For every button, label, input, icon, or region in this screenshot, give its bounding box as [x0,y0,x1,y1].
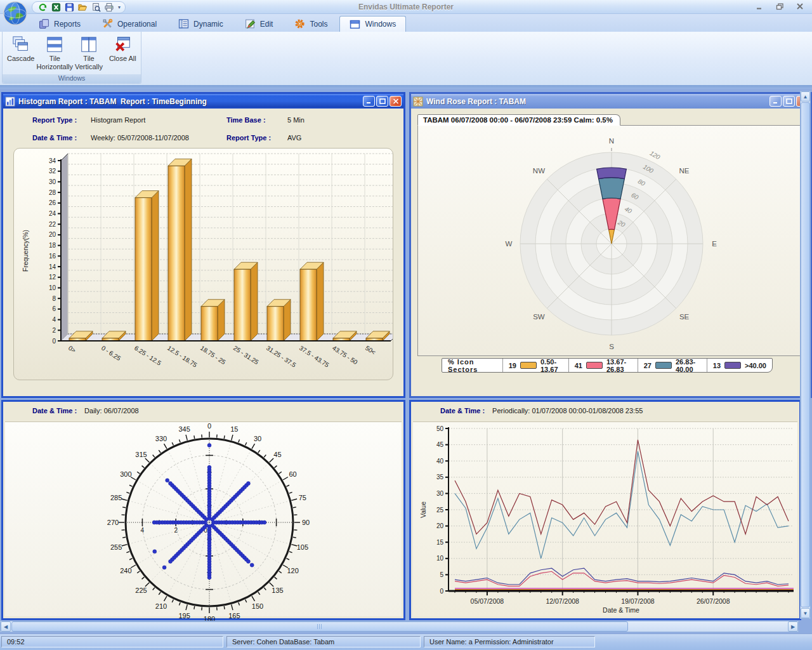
tab-reports[interactable]: Reports [29,16,90,32]
legend-item: 19 0.50-13.67 [502,359,568,372]
legend-range: >40.00 [745,362,766,369]
field-label: Report Type : [32,116,91,124]
mdi-vertical-scrollbar[interactable]: ▲ ▼ [800,91,811,619]
svg-text:45: 45 [273,451,281,458]
tab-label: Tools [310,20,327,29]
field-value: AVG [287,134,403,142]
status-clock: 09:52 [1,636,223,647]
tab-label: Dynamic [193,20,223,29]
close-button[interactable] [390,96,402,107]
button-label: Close All [109,55,136,63]
app-window-controls [754,1,806,11]
scroll-up-button[interactable]: ▲ [801,91,810,102]
svg-text:6.25 - 12.5: 6.25 - 12.5 [133,344,162,367]
svg-text:Frequency(%): Frequency(%) [22,230,29,272]
svg-text:285: 285 [110,494,122,501]
vertical-scroll-thumb[interactable] [801,102,810,607]
mdi-horizontal-scrollbar[interactable]: ◀ ▶ [0,621,799,632]
tile-vertically-icon [79,35,98,54]
svg-text:NE: NE [679,167,690,175]
mdi-workspace: Histogram Report : TABAM Report : TimeBe… [0,89,812,633]
histogram-report-window: Histogram Report : TABAM Report : TimeBe… [1,92,405,398]
app-minimize-button[interactable] [754,1,765,11]
maximize-button[interactable] [376,96,388,107]
tab-tools[interactable]: Tools [285,16,337,32]
field-label: Report Type : [226,134,287,142]
svg-text:SW: SW [533,313,545,321]
maximize-button[interactable] [783,96,795,107]
legend-range: 26.83-40.00 [676,358,701,373]
field-value: Histogram Report [91,116,226,124]
svg-text:60: 60 [289,470,297,478]
status-bar: 09:52 Server: Cohen DataBase: Tabam User… [0,633,812,650]
svg-text:30: 30 [49,178,56,185]
svg-text:43.75 - 50: 43.75 - 50 [331,344,359,366]
tools-gear-icon [294,18,305,29]
svg-text:255: 255 [110,543,122,551]
field-label: Date & Time : [32,407,77,415]
legend-swatch [724,362,741,369]
svg-text:10: 10 [49,284,56,291]
windrose-report-window: Wind Rose Report : TABAM TABAM 06/07/200… [409,92,812,398]
horizontal-scroll-thumb[interactable] [11,621,628,632]
tab-label: Operational [117,20,157,29]
svg-text:30: 30 [436,490,444,497]
ribbon-body: Cascade Tile Horizontally Tile Verticall… [0,32,812,85]
tab-operational[interactable]: Operational [93,16,166,32]
cascade-button[interactable]: Cascade [4,34,37,74]
app-title: Envidas Ultimate Reporter [0,3,812,11]
tile-horizontally-button[interactable]: Tile Horizontally [37,34,72,74]
windrose-legend: % Icon Sectors 19 0.50-13.67 41 13.67-26… [442,358,773,373]
polar-report-window: Date & Time : Daily: 06/07/2008 01530456… [1,400,405,620]
histogram-window-titlebar[interactable]: Histogram Report : TABAM Report : TimeBe… [3,94,403,109]
trend-report-window: Date & Time : Periodically: 01/07/2008 0… [409,400,801,620]
svg-text:25: 25 [436,507,444,514]
trend-chart-area: 0510152025303540455005/07/200812/07/2008… [413,421,797,616]
windows-icon [350,19,360,30]
tab-windows[interactable]: Windows [339,16,406,32]
svg-text:0: 0 [52,338,56,345]
polar-header: Date & Time : Daily: 06/07/2008 [3,402,403,420]
close-all-button[interactable]: Close All [106,34,140,74]
tile-vertically-button[interactable]: Tile Vertically [72,34,105,74]
tab-dynamic[interactable]: Dynamic [169,16,233,32]
legend-item: 13 >40.00 [707,359,772,372]
svg-text:32: 32 [49,168,56,175]
svg-text:330: 330 [155,435,167,442]
scroll-right-button[interactable]: ▶ [788,621,798,632]
svg-text:180: 180 [204,615,215,621]
svg-text:20: 20 [49,231,56,238]
svg-text:24: 24 [49,210,56,217]
status-user: User Name: a Permission: Administrator [424,636,595,647]
minimize-button[interactable] [363,96,375,107]
app-close-button[interactable] [794,1,806,11]
button-label: Tile Horizontally [37,55,73,70]
tab-edit[interactable]: Edit [235,16,283,32]
svg-text:45: 45 [436,441,444,448]
svg-text:15: 15 [436,539,444,546]
svg-text:12/07/2008: 12/07/2008 [546,597,579,605]
app-restore-button[interactable] [774,1,785,11]
button-label: Tile Vertically [72,55,105,70]
svg-text:19/07/2008: 19/07/2008 [621,597,655,605]
legend-count: 19 [509,362,516,369]
legend-count: 13 [713,362,721,369]
legend-count: 41 [575,362,582,369]
minimize-button[interactable] [769,96,782,107]
svg-text:120: 120 [648,149,661,161]
cascade-icon [11,35,30,54]
svg-text:75: 75 [299,494,306,501]
scroll-left-button[interactable]: ◀ [1,621,11,632]
window-title: Histogram Report : TABAM Report : TimeBe… [18,97,207,106]
svg-text:34: 34 [49,157,56,164]
windrose-window-titlebar[interactable]: Wind Rose Report : TABAM [411,94,810,109]
svg-text:150: 150 [252,602,263,610]
svg-text:50: 50 [436,425,444,432]
windrose-series-tab[interactable]: TABAM 06/07/2008 00:00 - 06/07/2008 23:5… [417,114,620,126]
svg-text:26/07/2008: 26/07/2008 [697,597,730,605]
svg-text:E: E [712,240,717,248]
scroll-down-button[interactable]: ▼ [801,608,810,618]
app-logo-globe-icon[interactable] [3,1,28,26]
svg-text:22: 22 [49,221,56,228]
legend-header: % Icon Sectors [442,359,502,372]
